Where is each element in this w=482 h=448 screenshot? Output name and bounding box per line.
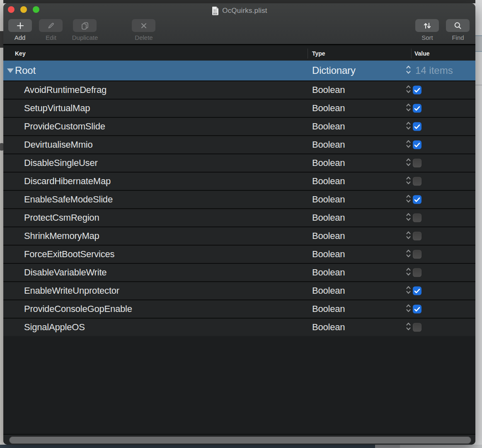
column-separator[interactable] xyxy=(308,49,308,58)
row-key: SignalAppleOS xyxy=(24,319,85,336)
table-row[interactable]: ProtectCsmRegion Boolean xyxy=(3,208,475,226)
row-key: DiscardHibernateMap xyxy=(24,173,111,190)
stepper-icon[interactable] xyxy=(406,175,411,187)
table-row[interactable]: DisableSingleUser Boolean xyxy=(3,153,475,172)
window-chrome: PLIST OcQuirks.plist Add Edit xyxy=(3,3,475,45)
row-type: Boolean xyxy=(312,118,345,135)
table-row[interactable]: SetupVirtualMap Boolean xyxy=(3,99,475,117)
traffic-lights xyxy=(8,6,39,13)
stepper-icon[interactable] xyxy=(406,157,411,169)
find-button-label: Find xyxy=(439,34,475,41)
row-key: DisableVariableWrite xyxy=(24,264,107,281)
row-key: ProtectCsmRegion xyxy=(24,209,99,226)
background-window-bottom-mid xyxy=(375,445,400,448)
column-header-value[interactable]: Value xyxy=(414,50,430,57)
window-title: OcQuirks.plist xyxy=(222,7,267,15)
disclosure-triangle-icon[interactable] xyxy=(7,68,14,73)
boolean-checkbox[interactable] xyxy=(413,195,421,204)
boolean-checkbox[interactable] xyxy=(413,305,421,314)
zoom-button[interactable] xyxy=(33,6,39,13)
row-key: DevirtualiseMmio xyxy=(24,136,93,153)
close-button[interactable] xyxy=(8,6,15,13)
stepper-icon[interactable] xyxy=(406,121,411,132)
table-row[interactable]: EnableSafeModeSlide Boolean xyxy=(3,190,475,208)
row-key: ProvideConsoleGopEnable xyxy=(24,300,132,318)
row-key: EnableWriteUnprotector xyxy=(24,282,119,299)
background-window-left xyxy=(0,0,3,445)
stepper-icon[interactable] xyxy=(406,212,411,224)
minimize-button[interactable] xyxy=(20,6,27,13)
stepper-icon[interactable] xyxy=(406,102,411,114)
table-row[interactable]: DevirtualiseMmio Boolean xyxy=(3,135,475,153)
stepper-icon[interactable] xyxy=(406,303,411,315)
boolean-checkbox[interactable] xyxy=(413,250,421,259)
sort-button[interactable] xyxy=(415,19,439,32)
column-header-key[interactable]: Key xyxy=(15,50,26,57)
row-type: Boolean xyxy=(312,136,345,153)
boolean-checkbox[interactable] xyxy=(413,159,421,168)
stepper-icon[interactable] xyxy=(406,321,411,333)
table-row[interactable]: DisableVariableWrite Boolean xyxy=(3,263,475,281)
boolean-checkbox[interactable] xyxy=(413,232,421,241)
edit-button[interactable] xyxy=(39,19,63,32)
table-row[interactable]: ShrinkMemoryMap Boolean xyxy=(3,226,475,245)
root-item-count: 14 items xyxy=(415,61,453,80)
duplicate-button[interactable] xyxy=(73,19,97,32)
boolean-checkbox[interactable] xyxy=(413,177,421,186)
row-type: Boolean xyxy=(312,246,345,263)
sort-arrows-icon xyxy=(422,21,432,30)
horizontal-scrollbar-thumb[interactable] xyxy=(9,436,471,444)
table-row[interactable]: AvoidRuntimeDefrag Boolean xyxy=(3,80,475,99)
table-row[interactable]: SignalAppleOS Boolean xyxy=(3,318,475,336)
column-separator[interactable] xyxy=(411,49,412,58)
boolean-checkbox[interactable] xyxy=(413,86,421,95)
stepper-icon[interactable] xyxy=(406,139,411,151)
row-type: Boolean xyxy=(312,227,345,245)
row-type: Boolean xyxy=(312,100,345,117)
boolean-checkbox[interactable] xyxy=(413,268,421,277)
boolean-checkbox[interactable] xyxy=(413,122,421,131)
table-row[interactable]: ProvideCustomSlide Boolean xyxy=(3,117,475,135)
boolean-checkbox[interactable] xyxy=(413,287,421,295)
horizontal-scrollbar[interactable] xyxy=(3,434,475,445)
background-window-bottom-left xyxy=(0,445,375,448)
svg-text:PLIST: PLIST xyxy=(213,13,217,15)
plist-table: Root Dictionary 14 items AvoidRuntimeDef… xyxy=(3,61,475,336)
row-type: Boolean xyxy=(312,319,345,336)
stepper-icon[interactable] xyxy=(406,248,411,260)
add-button[interactable] xyxy=(8,19,32,32)
column-header-type[interactable]: Type xyxy=(312,50,325,57)
plist-document-icon: PLIST xyxy=(211,6,219,15)
stepper-icon[interactable] xyxy=(406,285,411,297)
root-row[interactable]: Root Dictionary 14 items xyxy=(3,61,475,80)
background-window-bottom-right xyxy=(400,445,482,448)
find-button[interactable] xyxy=(446,19,470,32)
table-header: Key Type Value xyxy=(3,46,475,61)
plus-icon xyxy=(15,21,25,30)
table-row[interactable]: ForceExitBootServices Boolean xyxy=(3,245,475,263)
row-type: Boolean xyxy=(312,300,345,318)
background-window-right-block xyxy=(475,35,482,52)
plist-editor-window: PLIST OcQuirks.plist Add Edit xyxy=(3,3,475,445)
delete-button[interactable] xyxy=(132,19,155,32)
row-key: ProvideCustomSlide xyxy=(24,118,105,135)
boolean-checkbox[interactable] xyxy=(413,214,421,222)
stepper-icon[interactable] xyxy=(406,194,411,205)
table-row[interactable]: DiscardHibernateMap Boolean xyxy=(3,172,475,190)
table-row[interactable]: ProvideConsoleGopEnable Boolean xyxy=(3,299,475,318)
stepper-icon[interactable] xyxy=(406,230,411,242)
background-window-left-dark xyxy=(0,31,3,48)
table-row[interactable]: EnableWriteUnprotector Boolean xyxy=(3,281,475,299)
boolean-checkbox[interactable] xyxy=(413,323,421,332)
search-icon xyxy=(453,21,463,30)
boolean-checkbox[interactable] xyxy=(413,141,421,149)
row-type: Boolean xyxy=(312,173,345,190)
titlebar: PLIST OcQuirks.plist xyxy=(3,5,475,17)
x-icon xyxy=(139,22,148,30)
boolean-checkbox[interactable] xyxy=(413,104,421,113)
stepper-icon[interactable] xyxy=(406,267,411,278)
row-key: EnableSafeModeSlide xyxy=(24,191,113,208)
stepper-icon[interactable] xyxy=(406,84,411,96)
stepper-icon[interactable] xyxy=(406,64,411,77)
row-key: Root xyxy=(15,61,36,80)
